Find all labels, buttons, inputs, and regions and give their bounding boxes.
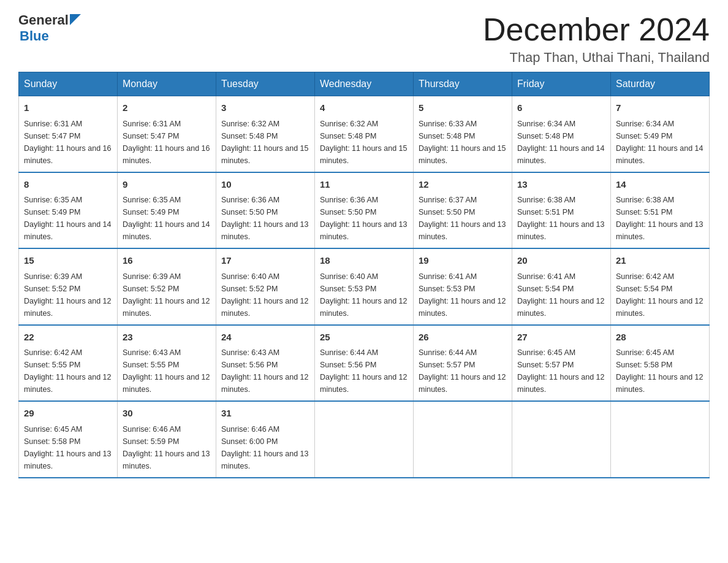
day-info: Sunrise: 6:38 AMSunset: 5:51 PMDaylight:…	[517, 196, 604, 241]
day-number: 6	[517, 101, 605, 115]
day-number: 12	[419, 178, 507, 192]
calendar-cell	[611, 401, 710, 478]
day-info: Sunrise: 6:36 AMSunset: 5:50 PMDaylight:…	[221, 196, 308, 241]
day-number: 14	[616, 178, 704, 192]
logo-arrow-icon	[70, 14, 81, 25]
day-number: 7	[616, 101, 704, 115]
svg-marker-0	[70, 14, 81, 25]
day-number: 23	[123, 331, 211, 345]
day-info: Sunrise: 6:35 AMSunset: 5:49 PMDaylight:…	[123, 196, 210, 241]
calendar-cell: 16 Sunrise: 6:39 AMSunset: 5:52 PMDaylig…	[118, 248, 216, 325]
day-info: Sunrise: 6:34 AMSunset: 5:48 PMDaylight:…	[517, 120, 604, 165]
day-number: 3	[221, 101, 309, 115]
day-info: Sunrise: 6:36 AMSunset: 5:50 PMDaylight:…	[320, 196, 407, 241]
calendar-cell	[512, 401, 611, 478]
day-number: 26	[419, 331, 507, 345]
week-row-5: 29 Sunrise: 6:45 AMSunset: 5:58 PMDaylig…	[19, 401, 710, 478]
day-header-tuesday: Tuesday	[216, 72, 315, 96]
day-number: 25	[320, 331, 408, 345]
page-subtitle: Thap Than, Uthai Thani, Thailand	[483, 50, 710, 66]
calendar-cell: 14 Sunrise: 6:38 AMSunset: 5:51 PMDaylig…	[611, 172, 710, 249]
day-number: 17	[221, 254, 309, 268]
day-number: 1	[24, 101, 112, 115]
calendar-cell: 1 Sunrise: 6:31 AMSunset: 5:47 PMDayligh…	[19, 96, 118, 172]
calendar-cell	[414, 401, 512, 478]
day-number: 27	[517, 331, 605, 345]
calendar-cell: 10 Sunrise: 6:36 AMSunset: 5:50 PMDaylig…	[216, 172, 315, 249]
page-title: December 2024	[483, 12, 710, 47]
day-number: 22	[24, 331, 112, 345]
page-header: General Blue December 2024 Thap Than, Ut…	[18, 12, 710, 66]
day-number: 5	[419, 101, 507, 115]
day-info: Sunrise: 6:46 AMSunset: 6:00 PMDaylight:…	[221, 425, 308, 470]
day-number: 31	[221, 407, 309, 421]
day-info: Sunrise: 6:31 AMSunset: 5:47 PMDaylight:…	[123, 120, 210, 165]
day-info: Sunrise: 6:32 AMSunset: 5:48 PMDaylight:…	[221, 120, 308, 165]
day-info: Sunrise: 6:37 AMSunset: 5:50 PMDaylight:…	[419, 196, 506, 241]
day-info: Sunrise: 6:40 AMSunset: 5:53 PMDaylight:…	[320, 272, 407, 318]
day-info: Sunrise: 6:33 AMSunset: 5:48 PMDaylight:…	[419, 120, 506, 165]
logo-blue: Blue	[20, 28, 49, 44]
calendar-cell: 28 Sunrise: 6:45 AMSunset: 5:58 PMDaylig…	[611, 325, 710, 402]
day-info: Sunrise: 6:46 AMSunset: 5:59 PMDaylight:…	[123, 425, 210, 470]
calendar-cell: 5 Sunrise: 6:33 AMSunset: 5:48 PMDayligh…	[414, 96, 512, 172]
calendar-cell: 12 Sunrise: 6:37 AMSunset: 5:50 PMDaylig…	[414, 172, 512, 249]
calendar-cell: 27 Sunrise: 6:45 AMSunset: 5:57 PMDaylig…	[512, 325, 611, 402]
day-number: 24	[221, 331, 309, 345]
day-header-friday: Friday	[512, 72, 611, 96]
calendar-cell: 17 Sunrise: 6:40 AMSunset: 5:52 PMDaylig…	[216, 248, 315, 325]
day-info: Sunrise: 6:35 AMSunset: 5:49 PMDaylight:…	[24, 196, 111, 241]
day-info: Sunrise: 6:38 AMSunset: 5:51 PMDaylight:…	[616, 196, 703, 241]
calendar-cell: 6 Sunrise: 6:34 AMSunset: 5:48 PMDayligh…	[512, 96, 611, 172]
day-info: Sunrise: 6:43 AMSunset: 5:55 PMDaylight:…	[123, 348, 210, 394]
day-info: Sunrise: 6:43 AMSunset: 5:56 PMDaylight:…	[221, 348, 308, 394]
calendar-cell: 8 Sunrise: 6:35 AMSunset: 5:49 PMDayligh…	[19, 172, 118, 249]
day-info: Sunrise: 6:41 AMSunset: 5:54 PMDaylight:…	[517, 272, 604, 318]
week-row-3: 15 Sunrise: 6:39 AMSunset: 5:52 PMDaylig…	[19, 248, 710, 325]
week-row-1: 1 Sunrise: 6:31 AMSunset: 5:47 PMDayligh…	[19, 96, 710, 172]
calendar-cell: 23 Sunrise: 6:43 AMSunset: 5:55 PMDaylig…	[118, 325, 216, 402]
calendar-cell: 15 Sunrise: 6:39 AMSunset: 5:52 PMDaylig…	[19, 248, 118, 325]
calendar-cell: 7 Sunrise: 6:34 AMSunset: 5:49 PMDayligh…	[611, 96, 710, 172]
calendar-cell: 31 Sunrise: 6:46 AMSunset: 6:00 PMDaylig…	[216, 401, 315, 478]
calendar-header-row: SundayMondayTuesdayWednesdayThursdayFrid…	[19, 72, 710, 96]
calendar-cell: 20 Sunrise: 6:41 AMSunset: 5:54 PMDaylig…	[512, 248, 611, 325]
day-header-saturday: Saturday	[611, 72, 710, 96]
calendar-cell: 4 Sunrise: 6:32 AMSunset: 5:48 PMDayligh…	[315, 96, 414, 172]
day-info: Sunrise: 6:41 AMSunset: 5:53 PMDaylight:…	[419, 272, 506, 318]
calendar-cell: 13 Sunrise: 6:38 AMSunset: 5:51 PMDaylig…	[512, 172, 611, 249]
day-number: 20	[517, 254, 605, 268]
day-info: Sunrise: 6:39 AMSunset: 5:52 PMDaylight:…	[123, 272, 210, 318]
calendar-cell: 29 Sunrise: 6:45 AMSunset: 5:58 PMDaylig…	[19, 401, 118, 478]
calendar-cell: 2 Sunrise: 6:31 AMSunset: 5:47 PMDayligh…	[118, 96, 216, 172]
calendar-cell: 24 Sunrise: 6:43 AMSunset: 5:56 PMDaylig…	[216, 325, 315, 402]
day-info: Sunrise: 6:32 AMSunset: 5:48 PMDaylight:…	[320, 120, 407, 165]
day-number: 19	[419, 254, 507, 268]
calendar-cell: 3 Sunrise: 6:32 AMSunset: 5:48 PMDayligh…	[216, 96, 315, 172]
day-number: 18	[320, 254, 408, 268]
day-info: Sunrise: 6:45 AMSunset: 5:58 PMDaylight:…	[24, 425, 111, 470]
day-info: Sunrise: 6:42 AMSunset: 5:55 PMDaylight:…	[24, 348, 111, 394]
logo-general: General	[18, 12, 69, 28]
day-header-monday: Monday	[118, 72, 216, 96]
calendar-table: SundayMondayTuesdayWednesdayThursdayFrid…	[18, 72, 710, 478]
day-info: Sunrise: 6:44 AMSunset: 5:56 PMDaylight:…	[320, 348, 407, 394]
day-info: Sunrise: 6:40 AMSunset: 5:52 PMDaylight:…	[221, 272, 308, 318]
day-info: Sunrise: 6:34 AMSunset: 5:49 PMDaylight:…	[616, 120, 703, 165]
day-header-sunday: Sunday	[19, 72, 118, 96]
day-number: 9	[123, 178, 211, 192]
day-info: Sunrise: 6:45 AMSunset: 5:57 PMDaylight:…	[517, 348, 604, 394]
day-number: 16	[123, 254, 211, 268]
calendar-cell: 18 Sunrise: 6:40 AMSunset: 5:53 PMDaylig…	[315, 248, 414, 325]
title-group: December 2024 Thap Than, Uthai Thani, Th…	[483, 12, 710, 66]
calendar-cell: 26 Sunrise: 6:44 AMSunset: 5:57 PMDaylig…	[414, 325, 512, 402]
day-info: Sunrise: 6:45 AMSunset: 5:58 PMDaylight:…	[616, 348, 703, 394]
day-number: 30	[123, 407, 211, 421]
calendar-cell: 9 Sunrise: 6:35 AMSunset: 5:49 PMDayligh…	[118, 172, 216, 249]
day-number: 10	[221, 178, 309, 192]
calendar-cell: 25 Sunrise: 6:44 AMSunset: 5:56 PMDaylig…	[315, 325, 414, 402]
day-number: 29	[24, 407, 112, 421]
day-info: Sunrise: 6:42 AMSunset: 5:54 PMDaylight:…	[616, 272, 703, 318]
calendar-cell: 19 Sunrise: 6:41 AMSunset: 5:53 PMDaylig…	[414, 248, 512, 325]
day-info: Sunrise: 6:39 AMSunset: 5:52 PMDaylight:…	[24, 272, 111, 318]
